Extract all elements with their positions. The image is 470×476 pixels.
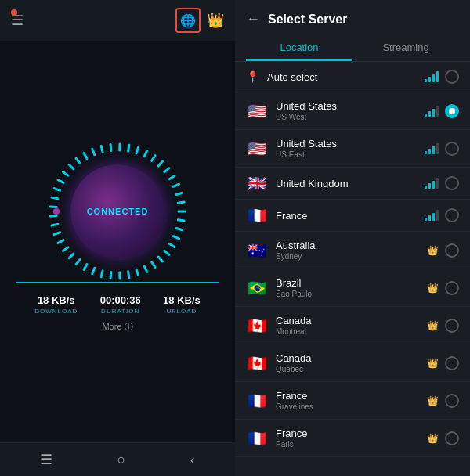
server-info-france-paris: France Paris xyxy=(276,427,427,449)
server-item-france-paris[interactable]: 🇫🇷 France Paris 👑 xyxy=(235,420,470,457)
svg-line-26 xyxy=(58,180,63,183)
server-item-australia[interactable]: 🇦🇺 Australia Sydney 👑 xyxy=(235,232,470,269)
server-right-canada-quebec: 👑 xyxy=(427,356,459,370)
server-sub-france-paris: Paris xyxy=(276,440,427,449)
nav-menu-icon[interactable]: ☰ xyxy=(40,451,52,468)
radio-brazil[interactable] xyxy=(445,281,459,295)
tab-streaming[interactable]: Streaming xyxy=(352,35,459,61)
crown-button[interactable]: 👑 xyxy=(207,12,224,29)
radio-france-gravelines[interactable] xyxy=(445,394,459,408)
bar2 xyxy=(428,111,431,117)
server-name-canada-quebec: Canada xyxy=(276,352,427,364)
crown-icon-australia: 👑 xyxy=(427,245,439,256)
signal-bars-france xyxy=(425,210,439,221)
left-panel: ☰ 🌐 👑 xyxy=(0,0,235,476)
crown-icon-canada-quebec: 👑 xyxy=(427,358,439,369)
bar4 xyxy=(436,106,439,117)
signal-bars-uk xyxy=(425,178,439,189)
bar3 xyxy=(432,74,435,82)
svg-line-14 xyxy=(92,268,95,273)
svg-line-38 xyxy=(152,156,155,161)
server-item-france-gravelines[interactable]: 🇫🇷 France Gravelines 👑 xyxy=(235,382,470,420)
server-item-uk[interactable]: 🇬🇧 United Kingdom xyxy=(235,168,470,200)
download-stat: 18 KB/s DOWNLOAD xyxy=(34,294,78,315)
server-info-us-east: United States US East xyxy=(276,138,425,159)
server-item-brazil[interactable]: 🇧🇷 Brazil Sao Paulo 👑 xyxy=(235,269,470,307)
radio-australia[interactable] xyxy=(445,243,459,258)
more-button[interactable]: More ⓘ xyxy=(24,315,212,339)
duration-value: 00:00:36 xyxy=(100,294,141,306)
location-pin-icon: 📍 xyxy=(246,70,259,83)
svg-line-32 xyxy=(101,146,103,153)
radio-canada-quebec[interactable] xyxy=(445,356,459,370)
svg-line-6 xyxy=(158,257,162,261)
tab-location[interactable]: Location xyxy=(246,35,352,61)
bar4 xyxy=(436,178,439,189)
bar2 xyxy=(428,183,431,189)
radio-france[interactable] xyxy=(445,208,459,222)
server-name-auto: Auto select xyxy=(267,71,425,83)
radio-uk[interactable] xyxy=(445,176,459,190)
svg-line-22 xyxy=(50,215,56,216)
server-item-canada-montreal[interactable]: 🇨🇦 Canada Montreal 👑 xyxy=(235,307,470,344)
server-sub-canada-montreal: Montreal xyxy=(276,327,427,336)
upload-value: 18 KB/s xyxy=(163,294,201,306)
nav-home-icon[interactable]: ○ xyxy=(118,452,126,468)
radio-france-paris[interactable] xyxy=(445,431,459,445)
server-item-canada-quebec[interactable]: 🇨🇦 Canada Quebec 👑 xyxy=(235,344,470,382)
flag-us-east: 🇺🇸 xyxy=(246,141,268,157)
svg-line-12 xyxy=(110,272,111,279)
server-item-us-west[interactable]: 🇺🇸 United States US West xyxy=(235,92,470,130)
svg-line-40 xyxy=(164,168,169,172)
server-right-uk xyxy=(425,176,459,190)
svg-line-43 xyxy=(176,193,183,194)
svg-line-28 xyxy=(69,164,74,169)
server-list: 📍 Auto select 🇺🇸 United States US West xyxy=(235,62,470,476)
server-name-france-gravelines: France xyxy=(276,390,427,402)
bar2 xyxy=(428,149,431,154)
bar3 xyxy=(432,181,435,189)
ring-container[interactable]: CONNECTED xyxy=(47,141,188,282)
svg-line-41 xyxy=(169,175,175,178)
radio-us-east[interactable] xyxy=(445,142,459,156)
back-button[interactable]: ← xyxy=(246,11,260,27)
flag-canada-montreal: 🇨🇦 xyxy=(246,318,268,334)
server-info-auto: Auto select xyxy=(267,71,425,83)
signal-bars-auto xyxy=(425,71,439,82)
flag-brazil: 🇧🇷 xyxy=(246,280,268,296)
flag-uk: 🇬🇧 xyxy=(246,175,268,191)
crown-icon-france-paris: 👑 xyxy=(427,433,439,444)
nav-back-icon[interactable]: ‹ xyxy=(190,452,195,468)
server-right-france xyxy=(425,208,459,222)
connected-circle[interactable]: CONNECTED xyxy=(70,164,164,258)
radio-auto[interactable] xyxy=(445,70,459,84)
server-right-us-east xyxy=(425,142,459,156)
server-right-brazil: 👑 xyxy=(427,281,459,295)
flag-france-paris: 🇫🇷 xyxy=(246,431,268,446)
svg-line-33 xyxy=(110,144,111,150)
radio-us-west[interactable] xyxy=(445,104,459,118)
left-nav: ☰ ○ ‹ xyxy=(0,442,235,476)
svg-line-19 xyxy=(58,240,63,243)
signal-bars-us-west xyxy=(425,106,439,117)
bar2 xyxy=(428,215,431,221)
signal-bars-us-east xyxy=(425,143,439,154)
globe-button[interactable]: 🌐 xyxy=(175,8,201,33)
bar1 xyxy=(425,218,427,221)
bar1 xyxy=(425,151,427,154)
svg-line-13 xyxy=(101,271,103,277)
server-item-france[interactable]: 🇫🇷 France xyxy=(235,200,470,232)
server-item-us-east[interactable]: 🇺🇸 United States US East xyxy=(235,130,470,168)
radio-canada-montreal[interactable] xyxy=(445,319,459,333)
flag-france: 🇫🇷 xyxy=(246,207,268,223)
svg-line-17 xyxy=(69,254,74,258)
bar2 xyxy=(428,77,431,82)
svg-line-16 xyxy=(76,259,80,264)
flag-canada-quebec: 🇨🇦 xyxy=(246,355,268,371)
svg-line-27 xyxy=(63,171,67,175)
svg-line-23 xyxy=(50,207,56,207)
svg-line-7 xyxy=(152,262,155,268)
server-name-us-west: United States xyxy=(276,100,425,112)
server-item-auto[interactable]: 📍 Auto select xyxy=(235,62,470,92)
server-info-uk: United Kingdom xyxy=(276,178,425,189)
